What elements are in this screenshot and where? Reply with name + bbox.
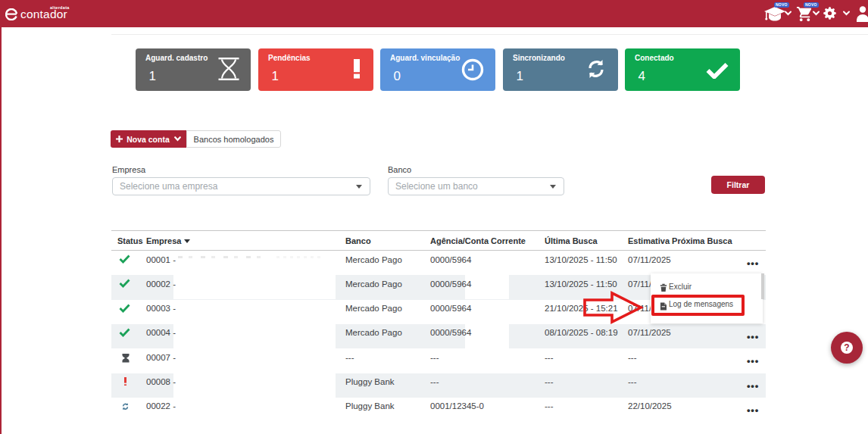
svg-text:?: ? bbox=[844, 342, 849, 353]
